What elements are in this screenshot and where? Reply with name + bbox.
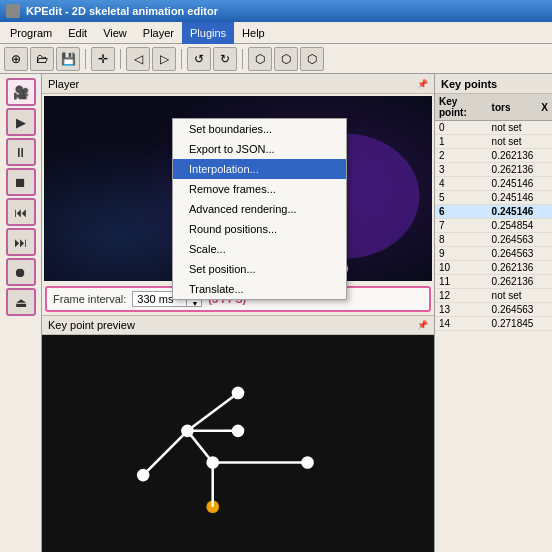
keypoint-id: 9	[435, 247, 488, 261]
preview-pin[interactable]: 📌	[417, 320, 428, 330]
table-row[interactable]: 0 not set	[435, 121, 552, 135]
keypoint-value: 0.245146	[488, 205, 538, 219]
menu-translate[interactable]: Translate...	[173, 279, 346, 299]
keypoints-table: Key point: tors X 0 not set 1 not set 2 …	[435, 94, 552, 331]
toolbar-open[interactable]: 🗁	[30, 47, 54, 71]
keypoint-value: 0.262136	[488, 163, 538, 177]
keypoint-value: 0.271845	[488, 317, 538, 331]
keypoint-value: 0.262136	[488, 149, 538, 163]
menu-advanced-rendering[interactable]: Advanced rendering...	[173, 199, 346, 219]
menu-help[interactable]: Help	[234, 22, 273, 44]
table-row[interactable]: 3 0.262136	[435, 163, 552, 177]
toolbar-save[interactable]: 💾	[56, 47, 80, 71]
menu-set-boundaries[interactable]: Set boundaries...	[173, 119, 346, 139]
col-x: X	[537, 94, 552, 121]
keypoints-scroll[interactable]: Key point: tors X 0 not set 1 not set 2 …	[435, 94, 552, 552]
title-text: KPEdit - 2D skeletal animation editor	[26, 5, 218, 17]
keypoint-x	[537, 163, 552, 177]
col-tors: tors	[488, 94, 538, 121]
svg-rect-15	[42, 361, 434, 525]
table-row[interactable]: 14 0.271845	[435, 317, 552, 331]
toolbar-sep1	[85, 49, 86, 69]
table-row[interactable]: 13 0.264563	[435, 303, 552, 317]
menu-bar: Program Edit View Player Plugins Help	[0, 22, 552, 44]
keypoint-id: 8	[435, 233, 488, 247]
keypoint-id: 12	[435, 289, 488, 303]
menu-set-position[interactable]: Set position...	[173, 259, 346, 279]
player-pin[interactable]: 📌	[417, 79, 428, 89]
player-header: Player 📌	[42, 74, 434, 94]
keypoint-value: 0.264563	[488, 303, 538, 317]
toolbar-redo[interactable]: ↻	[213, 47, 237, 71]
toolbar-next[interactable]: ▷	[152, 47, 176, 71]
player-title: Player	[48, 78, 79, 90]
toolbar-shape3[interactable]: ⬡	[300, 47, 324, 71]
menu-edit[interactable]: Edit	[60, 22, 95, 44]
camera-btn[interactable]: 🎥	[6, 78, 36, 106]
keypoint-value: 0.254854	[488, 219, 538, 233]
keypoints-header: Key points	[435, 74, 552, 94]
table-row[interactable]: 6 0.245146	[435, 205, 552, 219]
keypoint-x	[537, 317, 552, 331]
forward-btn[interactable]: ⏭	[6, 228, 36, 256]
play-btn[interactable]: ▶	[6, 108, 36, 136]
keypoint-value: 0.245146	[488, 191, 538, 205]
keypoint-id: 1	[435, 135, 488, 149]
keypoint-id: 3	[435, 163, 488, 177]
table-row[interactable]: 10 0.262136	[435, 261, 552, 275]
table-row[interactable]: 9 0.264563	[435, 247, 552, 261]
menu-view[interactable]: View	[95, 22, 135, 44]
main-layout: 🎥 ▶ ⏸ ⏹ ⏮ ⏭ ⏺ ⏏ Player 📌	[0, 74, 552, 552]
menu-program[interactable]: Program	[2, 22, 60, 44]
menu-round-positions[interactable]: Round positions...	[173, 219, 346, 239]
spin-down[interactable]: ▼	[187, 300, 202, 308]
keypoint-id: 10	[435, 261, 488, 275]
app-icon	[6, 4, 20, 18]
plugins-dropdown: Set boundaries... Export to JSON... Inte…	[172, 118, 347, 300]
right-panel: Key points Key point: tors X 0 not set 1…	[434, 74, 552, 552]
keypoint-value: not set	[488, 135, 538, 149]
toolbar-shape2[interactable]: ⬡	[274, 47, 298, 71]
keypoint-id: 7	[435, 219, 488, 233]
keypoint-x	[537, 303, 552, 317]
menu-plugins[interactable]: Plugins	[182, 22, 234, 44]
keypoint-x	[537, 205, 552, 219]
keypoint-x	[537, 135, 552, 149]
record-btn[interactable]: ⏺	[6, 258, 36, 286]
menu-export-json[interactable]: Export to JSON...	[173, 139, 346, 159]
keypoint-value: 0.264563	[488, 233, 538, 247]
left-panel: 🎥 ▶ ⏸ ⏹ ⏮ ⏭ ⏺ ⏏	[0, 74, 42, 552]
table-row[interactable]: 4 0.245146	[435, 177, 552, 191]
table-row[interactable]: 5 0.245146	[435, 191, 552, 205]
keypoint-id: 4	[435, 177, 488, 191]
keypoint-value: 0.262136	[488, 275, 538, 289]
table-row[interactable]: 1 not set	[435, 135, 552, 149]
menu-interpolation[interactable]: Interpolation...	[173, 159, 346, 179]
toolbar-shape1[interactable]: ⬡	[248, 47, 272, 71]
pause-btn[interactable]: ⏸	[6, 138, 36, 166]
preview-title: Key point preview	[48, 319, 135, 331]
menu-remove-frames[interactable]: Remove frames...	[173, 179, 346, 199]
frame-interval-label: Frame interval:	[53, 293, 126, 305]
toolbar-add[interactable]: ⊕	[4, 47, 28, 71]
toolbar-sep4	[242, 49, 243, 69]
toolbar-cross[interactable]: ✛	[91, 47, 115, 71]
table-row[interactable]: 2 0.262136	[435, 149, 552, 163]
table-row[interactable]: 11 0.262136	[435, 275, 552, 289]
keypoint-x	[537, 247, 552, 261]
menu-scale[interactable]: Scale...	[173, 239, 346, 259]
menu-player[interactable]: Player	[135, 22, 182, 44]
eject-btn[interactable]: ⏏	[6, 288, 36, 316]
table-row[interactable]: 12 not set	[435, 289, 552, 303]
table-row[interactable]: 7 0.254854	[435, 219, 552, 233]
rewind-btn[interactable]: ⏮	[6, 198, 36, 226]
preview-canvas	[42, 335, 434, 552]
toolbar-undo[interactable]: ↺	[187, 47, 211, 71]
keypoint-x	[537, 191, 552, 205]
keypoint-x	[537, 149, 552, 163]
toolbar-prev[interactable]: ◁	[126, 47, 150, 71]
keypoint-x	[537, 177, 552, 191]
stop-btn[interactable]: ⏹	[6, 168, 36, 196]
table-row[interactable]: 8 0.264563	[435, 233, 552, 247]
keypoint-id: 2	[435, 149, 488, 163]
